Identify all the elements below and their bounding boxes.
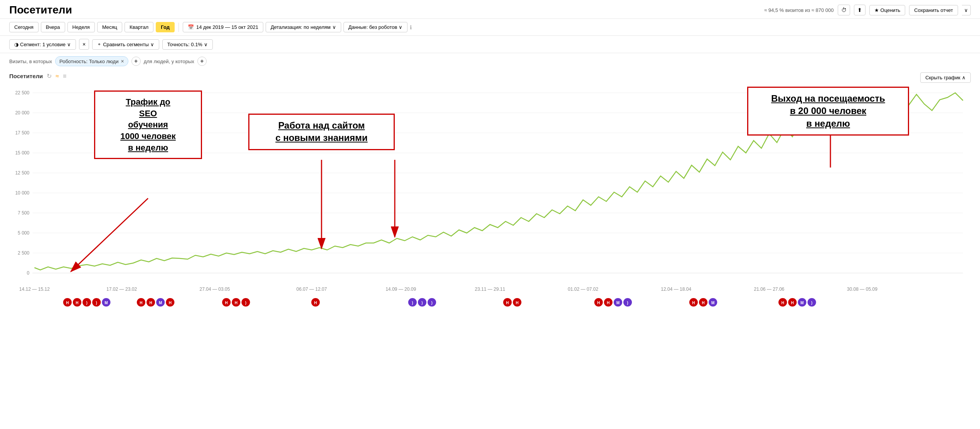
period-quarter[interactable]: Квартал (125, 22, 153, 32)
stat-text: ≈ 94,5 % визитов из ≈ 870 000 (764, 7, 834, 13)
data-button[interactable]: Данные: без роботов ∨ (344, 22, 408, 32)
chevron-up-icon: ∧ (962, 75, 966, 80)
accuracy-button[interactable]: Точность: 0.1% ∨ (162, 39, 213, 50)
svg-text:): ) (627, 301, 628, 305)
info-icon[interactable]: ℹ (410, 24, 412, 30)
svg-text:Н: Н (791, 301, 794, 305)
svg-text:23.11 — 29.11: 23.11 — 29.11 (475, 287, 505, 292)
page: Посетители ≈ 94,5 % визитов из ≈ 870 000… (0, 0, 980, 429)
segment-close-button[interactable]: × (79, 39, 89, 50)
compare-button[interactable]: ⚬ Сравнить сегменты ∨ (92, 39, 159, 50)
svg-text:Н: Н (692, 301, 695, 305)
calendar-icon: 📅 (188, 24, 194, 30)
segment-button[interactable]: ◑ Сегмент: 1 условие ∨ (9, 39, 76, 50)
svg-text:Н: Н (506, 301, 509, 305)
date-range-button[interactable]: 📅 14 дек 2019 — 15 окт 2021 (183, 22, 263, 32)
chevron-down-icon2: ∨ (399, 24, 402, 30)
hide-chart-button[interactable]: Скрыть график ∧ (920, 72, 971, 83)
chevron-down-icon4: ∨ (150, 42, 154, 47)
save-button[interactable]: Сохранить отчет (909, 5, 958, 15)
period-week[interactable]: Неделя (67, 22, 95, 32)
bar-chart-icon[interactable]: ≡ (63, 73, 66, 80)
separator (178, 23, 179, 32)
line-chart-icon[interactable]: ≈ (56, 73, 59, 80)
svg-text:Н: Н (516, 301, 519, 305)
annotation-work: Работа над сайтом с новыми знаниями (248, 114, 395, 150)
for-people-label: для людей, у которых (144, 59, 194, 64)
detail-button[interactable]: Детализация: по неделям ∨ (266, 22, 341, 32)
annotation-exit: Выход на посещаемость в 20 000 человек в… (747, 87, 909, 136)
period-month[interactable]: Месяц (97, 22, 122, 32)
share-button[interactable]: ⬆ (854, 5, 865, 15)
filter-add-button2[interactable]: + (197, 57, 207, 66)
filter-tag: Роботность: Только люди × (55, 56, 128, 66)
page-title: Посетители (9, 4, 72, 16)
svg-text:М: М (616, 301, 620, 305)
period-yesterday[interactable]: Вчера (41, 22, 65, 32)
chart-title: Посетители (9, 73, 43, 79)
svg-text:М: М (800, 301, 803, 305)
svg-text:М: М (711, 301, 714, 305)
filter-add-button[interactable]: + (131, 57, 141, 66)
svg-text:Н: Н (702, 301, 704, 305)
filter-tag-close[interactable]: × (121, 58, 124, 64)
chart-container: 22 500 20 000 17 500 15 000 12 500 10 00… (9, 83, 971, 364)
chevron-down-icon3: ∨ (67, 42, 71, 47)
svg-text:01.02 — 07.02: 01.02 — 07.02 (568, 287, 598, 292)
header: Посетители ≈ 94,5 % визитов из ≈ 870 000… (0, 0, 980, 19)
save-dropdown-button[interactable]: ∨ (962, 5, 971, 15)
svg-text:30.08 — 05.09: 30.08 — 05.09 (847, 287, 877, 292)
period-year[interactable]: Год (156, 22, 175, 32)
toolbar: Сегодня Вчера Неделя Месяц Квартал Год 📅… (0, 19, 980, 36)
svg-text:21.06 — 27.06: 21.06 — 27.06 (754, 287, 785, 292)
compare-icon: ⚬ (97, 42, 101, 47)
svg-text:Н: Н (607, 301, 610, 305)
header-right: ≈ 94,5 % визитов из ≈ 870 000 ⏱ ⬆ ★ Оцен… (764, 5, 971, 15)
svg-text:Н: Н (597, 301, 600, 305)
refresh-icon[interactable]: ↻ (47, 72, 52, 80)
segment-icon: ◑ (14, 42, 19, 47)
rate-button[interactable]: ★ Оценить (869, 5, 906, 15)
chevron-down-icon5: ∨ (204, 42, 208, 47)
star-icon: ★ (874, 7, 879, 13)
svg-text:Н: Н (781, 301, 784, 305)
chart-section: Посетители ↻ ≈ ≡ Скрыть график ∧ 22 500 … (0, 69, 980, 364)
annotation-traffic-before: Трафик до SEO обучения 1000 человек в не… (94, 90, 202, 159)
segment-row: ◑ Сегмент: 1 условие ∨ × ⚬ Сравнить сегм… (0, 36, 980, 53)
svg-text:12.04 — 18.04: 12.04 — 18.04 (661, 287, 691, 292)
visits-label: Визиты, в которых (9, 59, 52, 64)
clock-button[interactable]: ⏱ (838, 5, 850, 15)
svg-text:): ) (811, 301, 812, 305)
chart-header: Посетители ↻ ≈ ≡ (9, 72, 971, 80)
period-today[interactable]: Сегодня (9, 22, 39, 32)
filter-row: Визиты, в которых Роботность: Только люд… (0, 53, 980, 69)
chevron-down-icon: ∨ (332, 24, 336, 30)
